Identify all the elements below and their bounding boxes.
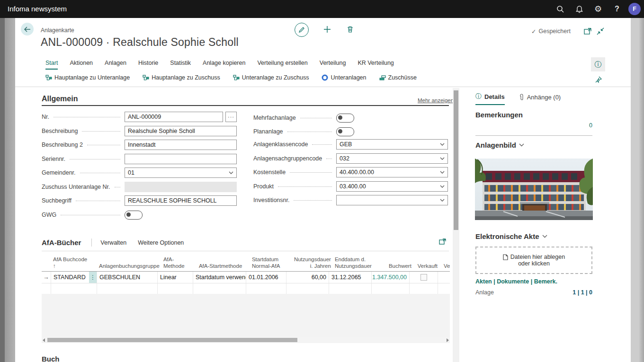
afa-menu-verwalten[interactable]: Verwalten — [100, 239, 126, 246]
assist-edit-button[interactable]: ··· — [225, 112, 237, 122]
plananlage-toggle[interactable] — [336, 127, 354, 136]
more-link[interactable]: Mehr anzeigen — [418, 97, 454, 103]
open-in-window-icon[interactable] — [583, 26, 592, 36]
dotted-leader — [54, 117, 120, 117]
tab-anhaenge[interactable]: Anhänge (0) — [519, 92, 561, 105]
column-header-buchwert[interactable]: Buchwert — [376, 253, 413, 271]
column-label: Nutzungsdauer i. Jahren — [292, 256, 331, 270]
kostenstelle-select[interactable]: 40.400.00.00 — [336, 167, 448, 177]
pin-icon[interactable] — [595, 76, 602, 83]
delete-button[interactable] — [343, 23, 357, 36]
cell-startmethode[interactable]: Startdatum verwenden — [193, 272, 246, 283]
buchwert-link[interactable]: 1.347.500,00 — [372, 274, 407, 281]
column-header-methode[interactable]: AfA-Methode — [161, 253, 197, 271]
cell-enddatum[interactable]: 31.12.2065 — [329, 272, 372, 283]
tab-details[interactable]: ⓘ Details — [475, 92, 505, 105]
bell-icon[interactable] — [570, 0, 589, 18]
column-header-startdatum[interactable]: Startdatum Normal-AfA — [250, 253, 290, 271]
beschreibung2-input[interactable] — [125, 140, 237, 150]
gemeindenr-select[interactable]: 01 — [125, 168, 237, 178]
tab-statistik[interactable]: Statistik — [170, 60, 191, 70]
avatar[interactable]: F — [628, 3, 641, 15]
cell-verkauft[interactable] — [410, 272, 438, 283]
verkauft-checkbox[interactable] — [420, 274, 427, 281]
cell-buchcode[interactable]: STANDARD⋮ — [51, 272, 97, 283]
anlagenbild-heading[interactable]: Anlagenbild — [475, 141, 524, 149]
beschreibung-input[interactable] — [125, 126, 237, 136]
elektronische-akte-heading[interactable]: Elektronische Akte — [475, 232, 547, 240]
action-hauptanlage-zu-zuschuss[interactable]: Hauptanlage zu Zuschuss — [143, 74, 220, 81]
tab-anlage-kopieren[interactable]: Anlage kopieren — [203, 60, 245, 70]
scroll-left-arrow[interactable] — [43, 338, 45, 342]
gwg-toggle[interactable] — [125, 211, 143, 220]
collapse-icon[interactable] — [596, 26, 605, 36]
table-row[interactable]: → STANDARD⋮ GEBSCHULEN Linear Startdatum… — [42, 272, 450, 283]
cell-buchwert[interactable]: 1.347.500,00 — [372, 272, 410, 283]
afa-menu-weitere-optionen[interactable]: Weitere Optionen — [138, 239, 184, 246]
column-header-startmethode[interactable]: AfA-Startmethode — [197, 253, 250, 271]
file-dropzone[interactable]: Dateien hier ablegen oder klicken — [475, 247, 592, 274]
back-button[interactable] — [21, 23, 34, 35]
help-icon[interactable]: ? — [608, 0, 626, 18]
tab-aktionen[interactable]: Aktionen — [70, 60, 93, 70]
column-header-enddatum[interactable]: Enddatum d. Nutzungsdauer — [333, 253, 376, 271]
anlagenklassencode-select[interactable]: GEB — [336, 139, 448, 150]
scroll-right-arrow[interactable] — [447, 338, 449, 342]
edit-button[interactable] — [295, 23, 309, 37]
cell-truncated[interactable] — [438, 272, 450, 283]
column-label: Startdatum Normal-AfA — [252, 256, 288, 270]
field-label: Suchbegriff — [42, 197, 72, 204]
gear-icon[interactable]: ⚙ — [589, 0, 608, 18]
tab-historie[interactable]: Historie — [138, 60, 158, 70]
horizontal-scrollbar[interactable] — [42, 337, 450, 343]
column-header-verkauft[interactable]: Verkauft — [413, 253, 442, 271]
investitionsnr-select[interactable] — [336, 195, 448, 205]
action-hauptanlage-zu-unteranlage[interactable]: Hauptanlage zu Unteranlage — [45, 74, 130, 81]
cell-startdatum[interactable]: 01.01.2006 — [246, 272, 286, 283]
afa-open-in-window-icon[interactable] — [439, 238, 446, 245]
factbox-info-button[interactable]: ⓘ — [591, 57, 605, 71]
row-menu-icon[interactable]: ⋮ — [89, 272, 97, 283]
column-header-buchungsgruppe[interactable]: Anlagenbuchungsgruppe — [97, 253, 161, 271]
anlage-counts-link[interactable]: 1 | 1 | 0 — [572, 289, 592, 296]
vertical-scrollbar-thumb[interactable] — [454, 90, 458, 230]
eakte-links[interactable]: Akten | Dokumente | Bemerk. — [475, 278, 557, 285]
bemerkungen-count-link[interactable]: 0 — [475, 122, 592, 129]
dotted-leader — [278, 186, 332, 187]
active-row-arrow: → — [42, 272, 51, 283]
dotted-leader — [300, 118, 332, 118]
tab-verteilung-erstellen[interactable]: Verteilung erstellen — [257, 60, 307, 70]
chevron-down-icon — [519, 143, 524, 147]
info-icon: ⓘ — [475, 92, 482, 101]
page-title: ANL-000009 · Realschule Sophie Scholl — [41, 36, 239, 49]
new-button[interactable] — [321, 23, 334, 36]
seriennr-input[interactable] — [125, 154, 237, 164]
tab-verteilung[interactable]: Verteilung — [320, 60, 346, 70]
action-unteranlagen[interactable]: Unteranlagen — [322, 74, 366, 81]
tab-kr-verteilung[interactable]: KR Verteilung — [358, 60, 394, 70]
suchbegriff-input[interactable] — [125, 195, 237, 206]
column-header-nutzungsdauer[interactable]: Nutzungsdauer i. Jahren — [290, 253, 333, 271]
vertical-scrollbar[interactable] — [453, 88, 459, 362]
column-header-buchcode[interactable]: AfA Buchcode↑ — [51, 253, 97, 271]
cell-methode[interactable]: Linear — [158, 272, 193, 283]
produkt-select[interactable]: 03.400.00 — [336, 181, 448, 192]
action-zuschuesse[interactable]: Zuschüsse — [379, 74, 417, 81]
column-label: AfA-Methode — [163, 256, 195, 270]
left-edge-strip — [0, 18, 5, 362]
mehrfachanlage-toggle[interactable] — [336, 114, 354, 123]
search-icon[interactable] — [551, 0, 570, 18]
cell-nutzungsdauer[interactable]: 60,00 — [286, 272, 329, 283]
dotted-leader — [312, 144, 332, 145]
action-unteranlage-zu-zuschuss[interactable]: Unteranlage zu Zuschuss — [233, 74, 309, 81]
tab-start[interactable]: Start — [45, 60, 58, 70]
tab-anlagen[interactable]: Anlagen — [105, 60, 126, 70]
select-value: GEB — [340, 141, 440, 148]
cell-buchungsgruppe[interactable]: GEBSCHULEN — [97, 272, 158, 283]
nr-input[interactable] — [125, 112, 223, 122]
horizontal-scrollbar-thumb[interactable] — [47, 338, 297, 342]
field-gwg: GWG — [42, 210, 237, 220]
anlagensachgruppencode-select[interactable]: 032 — [336, 153, 448, 164]
column-header-truncated[interactable]: Ve — [442, 253, 450, 271]
cell-value: Linear — [160, 274, 177, 281]
